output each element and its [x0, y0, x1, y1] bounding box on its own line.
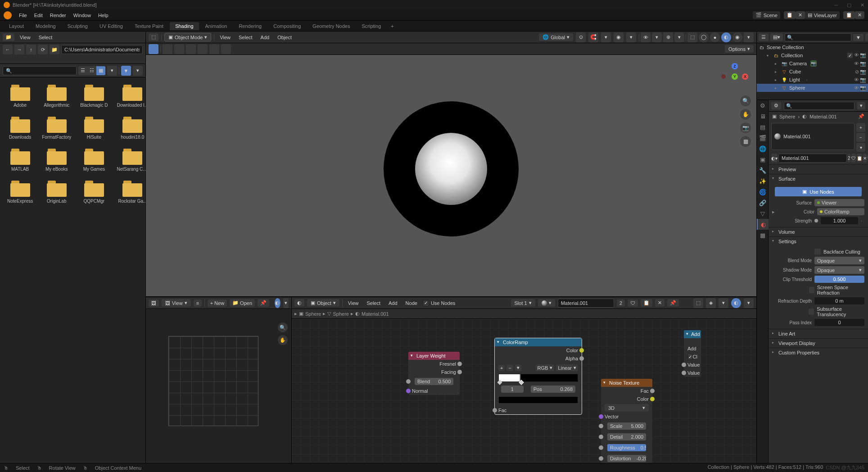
- pan-icon[interactable]: ✋: [740, 109, 751, 120]
- folder-item[interactable]: NetSarang Co...: [115, 147, 145, 173]
- display-options-button[interactable]: ▾: [107, 66, 117, 76]
- ne-shading-options[interactable]: ▾: [744, 298, 754, 308]
- overlay-options-button[interactable]: ▾: [674, 32, 684, 42]
- use-nodes-button[interactable]: ▣ Use Nodes: [775, 187, 862, 196]
- display-list-h[interactable]: ☷: [87, 66, 96, 75]
- panel-viewport-display[interactable]: Viewport Display: [769, 339, 868, 348]
- minimize-icon[interactable]: ─: [834, 2, 838, 8]
- ne-menu-view[interactable]: View: [345, 300, 362, 306]
- navigation-gizmo[interactable]: Z Y X: [721, 63, 748, 90]
- slot-dropdown[interactable]: Slot 1▾: [511, 299, 535, 307]
- collection-enable[interactable]: [847, 52, 853, 59]
- display-thumbnail[interactable]: ▦: [96, 66, 105, 75]
- ramp-stop-index[interactable]: 1: [508, 386, 516, 393]
- pass-index-field[interactable]: 0: [814, 319, 864, 326]
- folder-item[interactable]: MATLAB: [5, 147, 35, 173]
- maximize-icon[interactable]: ▢: [847, 2, 851, 8]
- outliner-item-light[interactable]: ▸ 💡 Light · 👁📷: [757, 76, 868, 84]
- outliner-new-collection[interactable]: 📁: [865, 33, 868, 41]
- btn-new[interactable]: + New: [208, 300, 227, 307]
- socket-color-out[interactable]: [579, 348, 584, 353]
- ramp-stop-color[interactable]: [498, 396, 578, 404]
- menu-edit[interactable]: Edit: [31, 13, 46, 18]
- editor-type-filebrowser[interactable]: 📁: [3, 33, 14, 41]
- overlay-visibility-button[interactable]: ⊕: [663, 32, 673, 42]
- folder-item[interactable]: Downloads: [5, 115, 35, 141]
- surface-color-field[interactable]: ColorRamp: [817, 208, 864, 215]
- tool-select-box-icon[interactable]: [163, 44, 172, 54]
- outliner-filter-button[interactable]: ▼: [853, 34, 863, 41]
- gizmo-x-axis[interactable]: X: [742, 73, 748, 80]
- ne-overlay-3[interactable]: ▾: [719, 298, 728, 308]
- camera-restrict-icon[interactable]: 📷: [860, 69, 866, 75]
- material-name-field[interactable]: [778, 154, 847, 163]
- menu-window[interactable]: Window: [70, 13, 95, 18]
- prop-tab-data[interactable]: ▽: [757, 208, 769, 219]
- editor-type-3dview[interactable]: ⬚: [149, 33, 158, 41]
- gizmo-visibility-button[interactable]: 👁: [641, 32, 651, 42]
- image-zoom-icon[interactable]: 🔍: [278, 322, 288, 332]
- mode-dropdown[interactable]: ▣ Object Mode ▾: [164, 33, 211, 41]
- tab-rendering[interactable]: Rendering: [233, 22, 267, 30]
- panel-custom-props[interactable]: Custom Properties: [769, 348, 868, 357]
- nav-refresh-button[interactable]: ⟳: [38, 45, 48, 54]
- folder-item[interactable]: Downloaded I...: [115, 83, 145, 109]
- xray-button[interactable]: ⬚: [687, 32, 697, 42]
- blender-logo-icon[interactable]: [4, 11, 12, 19]
- camera-restrict-icon[interactable]: 📷: [860, 77, 866, 83]
- menu-file[interactable]: File: [15, 13, 31, 18]
- menu-help[interactable]: Help: [95, 13, 112, 18]
- editor-type-shader[interactable]: ◐: [294, 299, 304, 307]
- sss-checkbox[interactable]: [809, 309, 814, 315]
- properties-search[interactable]: [784, 102, 854, 110]
- outliner-item-sphere[interactable]: ▸ ▽ Sphere 👁📷: [757, 84, 868, 92]
- nav-forward-button[interactable]: →: [14, 45, 24, 54]
- blend-mode-dropdown[interactable]: Opaque▾: [814, 257, 864, 264]
- prop-tab-physics[interactable]: 🌀: [757, 186, 769, 197]
- shading-wireframe-button[interactable]: ◯: [699, 32, 709, 42]
- display-list-v[interactable]: ☰: [78, 66, 87, 75]
- shader-type-dropdown[interactable]: ▣ Object ▾: [307, 299, 339, 307]
- folder-item[interactable]: houdini18.0: [115, 115, 145, 141]
- ramp-tools[interactable]: ▾: [515, 364, 521, 371]
- outliner-scene-collection[interactable]: 🗀 Scene Collection: [757, 43, 868, 51]
- tool-select-5-icon[interactable]: [209, 44, 219, 54]
- outliner-item-camera[interactable]: ▸ 📷 Camera 📷 👁📷: [757, 59, 868, 68]
- material-copy-button[interactable]: 📋: [857, 154, 862, 163]
- eye-icon[interactable]: 👁: [854, 77, 859, 83]
- viewlayer-selector[interactable]: ▤ ViewLayer: [805, 11, 840, 19]
- tab-sculpting[interactable]: Sculpting: [62, 22, 93, 30]
- menu-render[interactable]: Render: [46, 13, 70, 18]
- folder-item[interactable]: Allegorithmic: [40, 83, 73, 109]
- node-layer-weight[interactable]: Layer Weight Fresnel Facing Blend0.500 N…: [408, 351, 460, 395]
- socket-noise-fac[interactable]: [650, 389, 655, 393]
- socket-alpha-out[interactable]: [579, 356, 584, 361]
- image-view-menu[interactable]: 🖼 View ▾: [162, 299, 191, 307]
- filter-settings-button[interactable]: ▾: [133, 66, 143, 76]
- socket-facing[interactable]: [457, 370, 462, 374]
- noise-dim-dropdown[interactable]: 3D▾: [605, 404, 649, 412]
- perspective-icon[interactable]: ▦: [740, 136, 751, 147]
- folder-item[interactable]: Adobe: [5, 83, 35, 109]
- editor-type-outliner[interactable]: ☰: [759, 33, 769, 41]
- material-slot[interactable]: Material.001: [771, 123, 854, 150]
- scene-new-button[interactable]: 📋: [784, 11, 796, 19]
- image-shading-button[interactable]: ◐: [275, 298, 280, 308]
- ssr-checkbox[interactable]: [809, 287, 814, 293]
- folder-item[interactable]: NoteExpress: [5, 179, 35, 205]
- slot-menu-button[interactable]: ▾: [856, 143, 865, 152]
- filter-button[interactable]: ▼: [121, 66, 131, 76]
- shading-rendered-button[interactable]: ◉: [732, 32, 742, 42]
- tab-geonodes[interactable]: Geometry Nodes: [307, 22, 355, 30]
- pin-button[interactable]: 📌: [258, 299, 269, 307]
- editor-type-image[interactable]: 🖼: [149, 300, 159, 307]
- tool-select-4-icon[interactable]: [198, 44, 208, 54]
- tab-shading[interactable]: Shading: [170, 22, 199, 30]
- vp-menu-select[interactable]: Select: [236, 35, 255, 40]
- ramp-add-stop[interactable]: +: [498, 365, 505, 371]
- ne-menu-node[interactable]: Node: [403, 300, 420, 306]
- folder-item[interactable]: Blackmagic D: [78, 83, 109, 109]
- camera-icon[interactable]: 📷: [740, 123, 751, 133]
- socket-noise-color[interactable]: [650, 397, 655, 401]
- eye-icon[interactable]: 👁: [854, 85, 859, 91]
